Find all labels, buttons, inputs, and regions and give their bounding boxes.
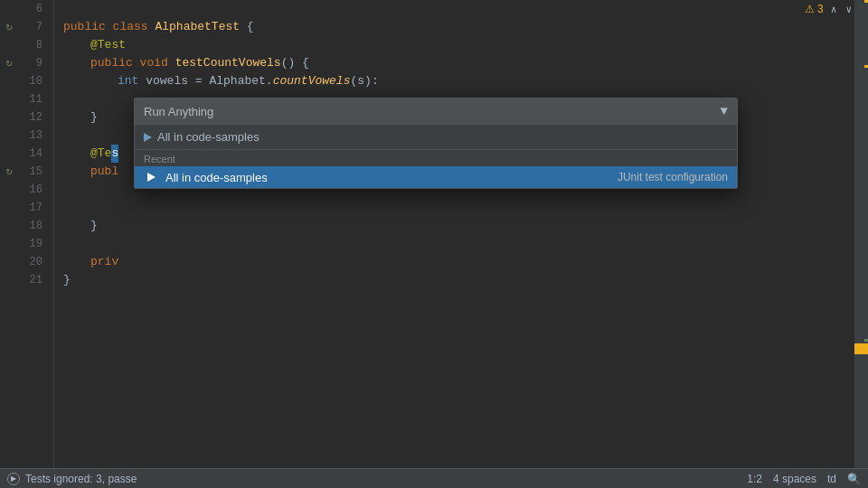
code-line-8: @Test [63, 36, 854, 54]
gutter-line-14: 14 [0, 145, 46, 163]
warning-marker-bottom [854, 343, 868, 354]
refresh-icon-9[interactable]: ↻ [2, 56, 16, 70]
code-line-20: priv [63, 253, 854, 271]
brace-close-21: } [63, 271, 71, 289]
gutter-line-13: 13 [0, 127, 46, 145]
gutter-line-6: 6 [0, 0, 46, 18]
warning-number: 3 [817, 3, 824, 15]
code-line-18: } [63, 217, 854, 235]
gutter-line-7: ↻ 7 [0, 18, 46, 36]
annotation-test: @Test [90, 36, 126, 54]
line-number-gutter: 6 ↻ 7 8 ↻ 9 10 11 12 13 [0, 0, 54, 488]
run-anything-dialog: Run Anything ▼ All in code-samples Recen… [134, 98, 738, 189]
status-text: Tests ignored: 3, passe [25, 473, 137, 485]
run-item-icon [144, 170, 158, 184]
code-line-17 [63, 199, 854, 217]
cursor-highlight: s [111, 145, 118, 163]
keyword-public-9: public [90, 54, 140, 72]
code-line-21: } [63, 271, 854, 289]
brace-open: { [247, 18, 254, 36]
method-countVowels: countVowels [273, 72, 351, 90]
gutter-line-11: 11 [0, 90, 46, 108]
warning-marker-top [864, 0, 868, 3]
gutter-line-8: 8 [0, 36, 46, 54]
top-warning-bar: ⚠ 3 ∧ ∨ [805, 0, 855, 18]
refresh-icon-15[interactable]: ↻ [2, 164, 16, 179]
code-line-19 [63, 235, 854, 253]
gutter-line-18: 18 [0, 217, 46, 235]
arrow-down-button[interactable]: ∨ [842, 2, 855, 17]
run-item-label: All in code-samples [165, 171, 610, 184]
change-marker [864, 339, 868, 342]
recent-section-label: Recent [135, 150, 737, 166]
filter-icon[interactable]: ▼ [721, 104, 728, 118]
brace-close-12: } [90, 108, 98, 127]
keyword-public: public [63, 18, 113, 36]
keyword-priv: priv [90, 253, 118, 271]
gutter-line-17: 17 [0, 199, 46, 217]
method-name: testCountVowels [175, 54, 281, 72]
run-status-icon[interactable]: ▶ [7, 473, 20, 485]
cursor-position[interactable]: 1:2 [747, 473, 762, 485]
refresh-icon-7[interactable]: ↻ [2, 20, 16, 34]
code-line-9: public void testCountVowels () { [63, 54, 854, 72]
scrollbar-panel[interactable] [854, 0, 868, 488]
indentation-info[interactable]: 4 spaces [773, 473, 816, 485]
nav-arrows: ∧ ∨ [827, 2, 855, 17]
run-dialog-title: Run Anything [144, 105, 721, 118]
run-dialog-header: Run Anything ▼ [135, 99, 737, 125]
equals: = [195, 72, 210, 90]
annotation-test-14: @Te [90, 145, 111, 163]
warning-count[interactable]: ⚠ 3 [805, 3, 824, 15]
code-line-7: public class AlphabetTest { [63, 18, 854, 36]
editor-container: ⚠ 3 ∧ ∨ 6 ↻ 7 8 ↻ 9 10 1 [0, 0, 868, 488]
class-alphabet: Alphabet. [209, 72, 272, 90]
arrow-up-button[interactable]: ∧ [827, 2, 841, 17]
search-button[interactable]: 🔍 [847, 473, 861, 485]
search-play-icon [144, 133, 152, 142]
keyword-pub-15: publ [90, 163, 118, 181]
gutter-line-20: 20 [0, 253, 46, 271]
code-editor[interactable]: public class AlphabetTest { @Test public… [54, 0, 854, 488]
keyword-void: void [140, 54, 175, 72]
gutter-line-9: ↻ 9 [0, 54, 46, 72]
keyword-class: class [113, 18, 156, 36]
type-int: int [118, 72, 146, 90]
status-left: ▶ Tests ignored: 3, passe [7, 473, 137, 485]
gutter-line-16: 16 [0, 181, 46, 199]
play-icon-white [147, 173, 156, 182]
warning-marker-mid [864, 65, 868, 68]
gutter-line-19: 19 [0, 235, 46, 253]
run-dialog-search-row: All in code-samples [135, 125, 737, 150]
code-line-10: int vowels = Alphabet. countVowels (s): [63, 72, 854, 90]
encoding-info[interactable]: td [827, 473, 836, 485]
code-line-6 [63, 0, 854, 18]
search-default-text: All in code-samples [157, 130, 259, 144]
gutter-line-10: 10 [0, 72, 46, 90]
parens: () { [281, 54, 309, 72]
status-right: 1:2 4 spaces td 🔍 [747, 473, 861, 485]
warning-icon: ⚠ [805, 3, 815, 15]
class-name: AlphabetTest [155, 18, 246, 36]
status-bar: ▶ Tests ignored: 3, passe 1:2 4 spaces t… [0, 468, 868, 488]
gutter-line-21: 21 [0, 271, 46, 289]
gutter-line-15: ↻ 15 [0, 163, 46, 181]
call-parens: (s): [350, 72, 378, 90]
gutter-line-12: 12 [0, 108, 46, 127]
brace-close-18: } [90, 217, 98, 235]
var-vowels: vowels [146, 72, 195, 90]
run-item-type: JUnit test configuration [618, 171, 728, 183]
play-triangle-icon [144, 133, 152, 142]
run-item-all-in-code-samples[interactable]: All in code-samples JUnit test configura… [135, 166, 737, 188]
